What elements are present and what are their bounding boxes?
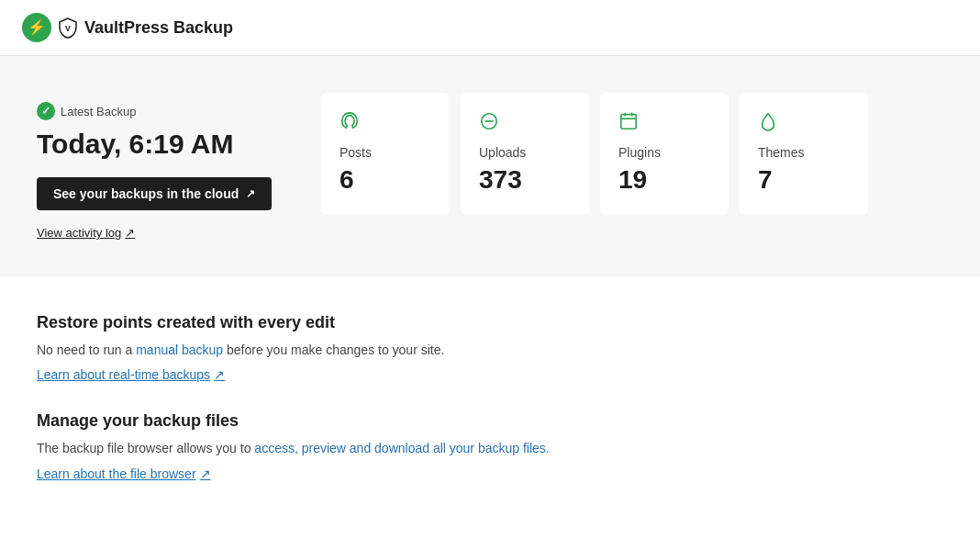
cloud-backup-button[interactable]: See your backups in the cloud ↗ (37, 177, 272, 210)
external-link-icon: ↗ (246, 187, 255, 200)
file-browser-link[interactable]: access, preview and download all your ba… (254, 441, 549, 455)
info-section-1: Manage your backup files The backup file… (37, 411, 943, 480)
info-link-0[interactable]: Learn about real-time backups ↗ (37, 367, 225, 382)
lower-content: Restore points created with every edit N… (0, 276, 980, 518)
info-section-0: Restore points created with every edit N… (37, 313, 943, 382)
stats-grid: Posts 6 Uploads 373 Plugins 19 Themes 7 (321, 93, 943, 215)
latest-backup-text: Latest Backup (61, 105, 136, 118)
app-header: ⚡ V VaultPress Backup (0, 0, 980, 56)
logo-icon: ⚡ (22, 13, 51, 42)
backup-time: Today, 6:19 AM (37, 128, 294, 161)
stat-card-uploads: Uploads 373 (461, 93, 589, 215)
info-title-0: Restore points created with every edit (37, 313, 943, 332)
stat-card-themes: Themes 7 (740, 93, 868, 215)
app-title: VaultPress Backup (84, 18, 233, 38)
plugins-label: Plugins (618, 145, 710, 160)
vaultpress-shield-icon: V (57, 17, 79, 39)
backup-panel: Latest Backup Today, 6:19 AM See your ba… (0, 56, 980, 276)
info-title-1: Manage your backup files (37, 411, 943, 431)
uploads-icon (479, 111, 571, 136)
info-text-1: The backup file browser allows you to ac… (37, 438, 943, 458)
backup-info: Latest Backup Today, 6:19 AM See your ba… (37, 93, 294, 240)
external-link-icon: ↗ (200, 466, 211, 481)
uploads-value: 373 (479, 165, 571, 195)
info-text-0: No need to run a manual backup before yo… (37, 340, 943, 360)
check-icon (37, 102, 55, 120)
activity-log-link[interactable]: View activity log ↗ (37, 226, 135, 240)
posts-value: 6 (340, 165, 431, 195)
stat-card-posts: Posts 6 (321, 93, 450, 215)
info-link-1[interactable]: Learn about the file browser ↗ (37, 466, 211, 481)
external-link-icon-small: ↗ (125, 226, 135, 240)
logo-area: ⚡ V VaultPress Backup (22, 13, 233, 42)
svg-text:⚡: ⚡ (28, 18, 46, 36)
themes-label: Themes (758, 145, 850, 160)
posts-label: Posts (340, 145, 431, 160)
posts-icon (340, 111, 431, 136)
themes-icon (758, 111, 850, 136)
stat-card-plugins: Plugins 19 (600, 93, 729, 215)
manual-backup-link[interactable]: manual backup (136, 342, 223, 357)
themes-value: 7 (758, 165, 850, 195)
svg-rect-5 (621, 115, 637, 129)
uploads-label: Uploads (479, 145, 571, 160)
svg-text:V: V (65, 24, 71, 33)
plugins-value: 19 (618, 165, 710, 195)
latest-backup-label: Latest Backup (37, 102, 294, 120)
external-link-icon: ↗ (214, 367, 225, 382)
backup-section: Latest Backup Today, 6:19 AM See your ba… (37, 93, 943, 240)
plugins-icon (618, 111, 710, 136)
